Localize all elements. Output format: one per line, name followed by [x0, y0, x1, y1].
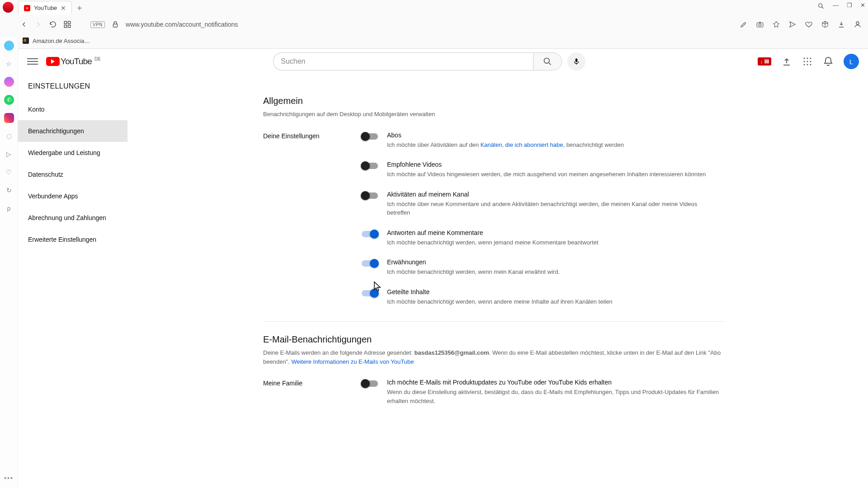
- search-tabs-icon[interactable]: [817, 2, 825, 10]
- voice-search-button[interactable]: [567, 52, 585, 70]
- country-code: DE: [94, 56, 101, 61]
- rail-heart-icon[interactable]: ♡: [4, 167, 14, 177]
- notifications-button[interactable]: [823, 56, 834, 67]
- sidebar-item-3[interactable]: Datenschutz: [18, 164, 127, 185]
- address-url[interactable]: www.youtube.com/account_notifications: [126, 21, 733, 28]
- edit-url-icon[interactable]: [740, 20, 748, 28]
- svg-point-20: [803, 64, 805, 65]
- group-items: AbosIch möchte über Aktivitäten auf den …: [362, 131, 724, 306]
- rail-more-icon[interactable]: •••: [4, 474, 14, 482]
- upload-button[interactable]: [781, 56, 792, 67]
- search-button[interactable]: [533, 52, 562, 70]
- extension-badge[interactable]: ↓: [758, 57, 771, 66]
- svg-line-2: [822, 7, 823, 9]
- rail-history-icon[interactable]: ↻: [4, 185, 14, 195]
- rail-messenger-icon[interactable]: [4, 77, 14, 87]
- guide-menu-button[interactable]: [27, 56, 38, 67]
- bookmark-favicon-icon: [23, 38, 29, 44]
- email-toggle-0[interactable]: [362, 380, 378, 387]
- new-tab-button[interactable]: ＋: [75, 2, 84, 13]
- window-controls: ― ❐ ✕: [817, 2, 865, 10]
- general-row-5: Geteilte InhalteIch möchte benachrichtig…: [362, 288, 724, 306]
- svg-line-12: [549, 63, 551, 65]
- browser-tab[interactable]: YouTube ✕: [18, 1, 72, 14]
- general-toggle-1[interactable]: [362, 163, 378, 169]
- sidebar-item-6[interactable]: Erweiterte Einstellungen: [18, 229, 127, 250]
- toggle-desc: Ich möchte auf Videos hingewiesen werden…: [387, 170, 706, 179]
- toggle-title: Aktivitäten auf meinem Kanal: [387, 191, 722, 198]
- email-row-0: Ich möchte E-Mails mit Produktupdates zu…: [362, 379, 724, 405]
- bookmarks-bar: Amazon.de Associa…: [0, 33, 868, 48]
- search-input[interactable]: Suchen: [273, 52, 533, 70]
- section-heading: E-Mail-Benachrichtigungen: [263, 334, 724, 345]
- rail-clock-icon[interactable]: ◌: [4, 131, 14, 141]
- cube-icon[interactable]: [821, 20, 829, 28]
- reload-button[interactable]: [49, 20, 57, 28]
- toggle-desc: Ich möchte über Aktivitäten auf den Kanä…: [387, 141, 624, 150]
- general-toggle-2[interactable]: [362, 192, 378, 199]
- general-row-2: Aktivitäten auf meinem KanalIch möchte ü…: [362, 191, 724, 217]
- settings-sidebar: EINSTELLUNGEN KontoBenachrichtigungenWie…: [18, 74, 127, 488]
- section-email: E-Mail-Benachrichtigungen Deine E-Mails …: [263, 321, 724, 421]
- email-info-link[interactable]: Weitere Informationen zu E-Mails von You…: [291, 358, 414, 365]
- vpn-badge[interactable]: VPN: [90, 21, 105, 28]
- svg-point-14: [803, 57, 805, 59]
- youtube-logo[interactable]: YouTube DE: [46, 56, 101, 66]
- general-toggle-0[interactable]: [362, 133, 378, 140]
- speed-dial-icon[interactable]: [63, 20, 71, 28]
- heart-icon[interactable]: [805, 20, 813, 28]
- general-row-1: Empfohlene VideosIch möchte auf Videos h…: [362, 161, 724, 179]
- sidebar-item-0[interactable]: Konto: [18, 99, 127, 120]
- tab-strip: YouTube ✕ ＋: [0, 0, 868, 15]
- section-subtitle: Deine E-Mails werden an die folgende Adr…: [263, 348, 724, 366]
- svg-point-16: [810, 57, 811, 59]
- general-row-0: AbosIch möchte über Aktivitäten auf den …: [362, 131, 724, 150]
- download-icon[interactable]: [837, 20, 845, 28]
- tab-close-icon[interactable]: ✕: [61, 5, 66, 12]
- close-window-button[interactable]: ✕: [860, 2, 865, 10]
- address-actions: [740, 20, 862, 28]
- sidebar-item-2[interactable]: Wiedergabe und Leistung: [18, 142, 127, 164]
- sidebar-item-4[interactable]: Verbundene Apps: [18, 185, 127, 207]
- rail-bookmark-icon[interactable]: ☆: [4, 59, 14, 69]
- snapshot-icon[interactable]: [756, 20, 764, 28]
- lock-icon[interactable]: [111, 20, 119, 28]
- svg-point-22: [810, 64, 811, 65]
- general-row-3: Antworten auf meine KommentareIch möchte…: [362, 229, 724, 247]
- svg-point-1: [819, 4, 822, 7]
- general-toggle-3[interactable]: [362, 231, 378, 237]
- maximize-button[interactable]: ❐: [847, 2, 852, 10]
- toggle-desc: Wenn du diese Einstellung aktivierst, be…: [387, 388, 722, 405]
- nav-back-button[interactable]: [20, 20, 28, 28]
- nav-forward-button[interactable]: [34, 20, 42, 28]
- rail-tip-icon[interactable]: ρ: [4, 203, 14, 213]
- opera-logo-icon[interactable]: [3, 2, 14, 13]
- rail-home-icon[interactable]: [4, 41, 14, 51]
- general-toggle-4[interactable]: [362, 260, 378, 267]
- toggle-desc-link[interactable]: Kanälen, die ich abonniert habe: [481, 141, 563, 148]
- general-toggle-5[interactable]: [362, 290, 378, 296]
- pin-icon[interactable]: [772, 20, 780, 28]
- settings-main[interactable]: Allgemein Benachrichtigungen auf dem Des…: [127, 74, 868, 488]
- minimize-button[interactable]: ―: [833, 2, 839, 10]
- rail-instagram-icon[interactable]: [4, 113, 14, 123]
- account-avatar[interactable]: L: [844, 54, 859, 69]
- bookmark-item[interactable]: Amazon.de Associa…: [33, 38, 90, 44]
- sidebar-item-1[interactable]: Benachrichtigungen: [18, 120, 127, 142]
- address-bar-row: VPN www.youtube.com/account_notification…: [0, 15, 868, 33]
- rail-play-icon[interactable]: ▷: [4, 149, 14, 159]
- search-icon: [543, 57, 552, 66]
- svg-point-17: [803, 61, 805, 62]
- microphone-icon: [572, 57, 580, 66]
- rail-whatsapp-icon[interactable]: ✆: [4, 95, 14, 105]
- apps-grid-icon[interactable]: [802, 56, 813, 67]
- section-subtitle: Benachrichtigungen auf dem Desktop und M…: [263, 110, 724, 119]
- sidebar-item-5[interactable]: Abrechnung und Zahlungen: [18, 207, 127, 229]
- send-icon[interactable]: [788, 20, 797, 28]
- toggle-title: Geteilte Inhalte: [387, 288, 613, 296]
- youtube-body: EINSTELLUNGEN KontoBenachrichtigungenWie…: [18, 74, 868, 488]
- toggle-title: Erwähnungen: [387, 258, 560, 266]
- profile-switch-icon[interactable]: [854, 20, 862, 28]
- svg-rect-3: [64, 21, 66, 23]
- group-label: Meine Familie: [263, 379, 362, 405]
